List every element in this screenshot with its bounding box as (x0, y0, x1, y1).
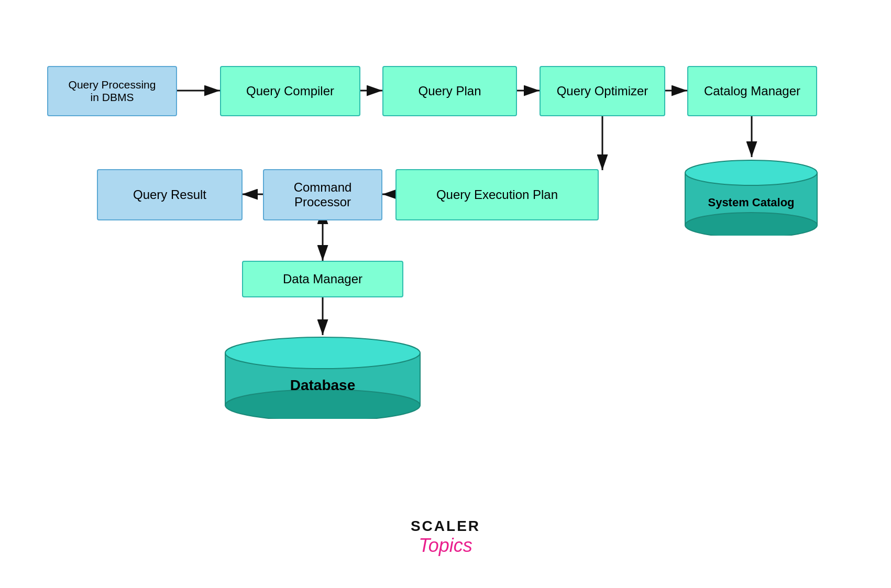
watermark: SCALER Topics (411, 518, 480, 557)
query-optimizer-box: Query Optimizer (540, 66, 665, 116)
query-plan-box: Query Plan (382, 66, 517, 116)
data-manager-box: Data Manager (242, 261, 403, 297)
query-execution-plan-box: Query Execution Plan (395, 169, 599, 220)
svg-text:System Catalog: System Catalog (708, 196, 794, 209)
query-processing-box: Query Processing in DBMS (47, 66, 177, 116)
watermark-topics: Topics (411, 535, 480, 557)
diagram-container: Query Processing in DBMS Query Compiler … (0, 0, 891, 588)
svg-point-17 (225, 390, 420, 419)
svg-point-18 (225, 337, 420, 369)
command-processor-box: Command Processor (263, 169, 382, 220)
svg-point-14 (685, 160, 817, 185)
query-compiler-box: Query Compiler (220, 66, 360, 116)
database-svg: Database (220, 335, 425, 419)
watermark-scaler: SCALER (411, 518, 480, 535)
svg-text:Database: Database (290, 377, 356, 393)
database-cylinder: Database (220, 335, 425, 419)
system-catalog-cylinder: System Catalog (680, 156, 822, 236)
svg-point-13 (685, 213, 817, 236)
query-result-box: Query Result (97, 169, 243, 220)
catalog-manager-box: Catalog Manager (687, 66, 817, 116)
system-catalog-svg: System Catalog (680, 156, 822, 236)
